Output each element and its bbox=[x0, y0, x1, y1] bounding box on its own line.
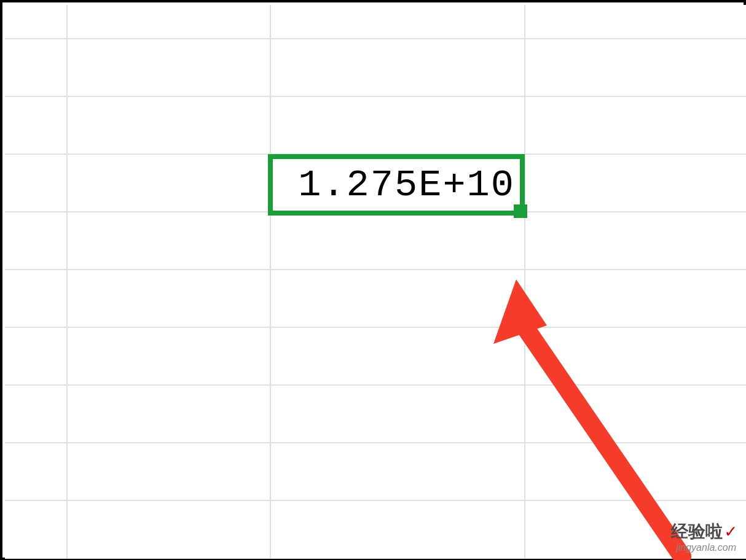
cell[interactable] bbox=[271, 386, 525, 443]
cell[interactable] bbox=[271, 212, 525, 270]
cell-value: 1.275E+10 bbox=[298, 163, 515, 207]
cell[interactable] bbox=[5, 443, 68, 501]
cell[interactable] bbox=[5, 5, 68, 39]
fill-handle[interactable] bbox=[514, 204, 527, 218]
cell[interactable] bbox=[5, 386, 68, 443]
cell[interactable] bbox=[525, 212, 746, 270]
cell[interactable] bbox=[68, 212, 271, 270]
cell[interactable] bbox=[525, 328, 746, 386]
cell[interactable] bbox=[68, 386, 271, 443]
cell[interactable] bbox=[271, 328, 525, 386]
cell[interactable] bbox=[525, 155, 746, 212]
cell[interactable] bbox=[68, 39, 271, 97]
cell[interactable] bbox=[525, 5, 746, 39]
cell[interactable] bbox=[525, 97, 746, 155]
cell[interactable] bbox=[271, 501, 525, 559]
cell[interactable] bbox=[68, 155, 271, 212]
cell[interactable] bbox=[525, 443, 746, 501]
cell[interactable] bbox=[5, 97, 68, 155]
spreadsheet-grid[interactable] bbox=[5, 5, 741, 555]
watermark-domain: jingyanla.com bbox=[671, 543, 736, 553]
selected-cell[interactable]: 1.275E+10 bbox=[268, 154, 525, 216]
cell[interactable] bbox=[271, 5, 525, 39]
cell[interactable] bbox=[271, 270, 525, 328]
cell[interactable] bbox=[5, 155, 68, 212]
cell[interactable] bbox=[5, 212, 68, 270]
cell[interactable] bbox=[525, 39, 746, 97]
cell[interactable] bbox=[5, 328, 68, 386]
checkmark-icon: ✓ bbox=[725, 522, 736, 543]
spreadsheet-frame bbox=[0, 0, 746, 560]
cell[interactable] bbox=[5, 501, 68, 559]
cell[interactable] bbox=[68, 443, 271, 501]
cell[interactable] bbox=[271, 39, 525, 97]
watermark: 经验啦✓ jingyanla.com bbox=[671, 523, 736, 553]
cell[interactable] bbox=[68, 328, 271, 386]
cell[interactable] bbox=[525, 386, 746, 443]
cell[interactable] bbox=[5, 270, 68, 328]
cell[interactable] bbox=[271, 443, 525, 501]
cell[interactable] bbox=[68, 5, 271, 39]
cell[interactable] bbox=[525, 270, 746, 328]
cell[interactable] bbox=[5, 39, 68, 97]
cell[interactable] bbox=[68, 97, 271, 155]
watermark-title: 经验啦 bbox=[671, 522, 723, 541]
cell[interactable] bbox=[68, 501, 271, 559]
cell[interactable] bbox=[271, 97, 525, 155]
cell[interactable] bbox=[68, 270, 271, 328]
